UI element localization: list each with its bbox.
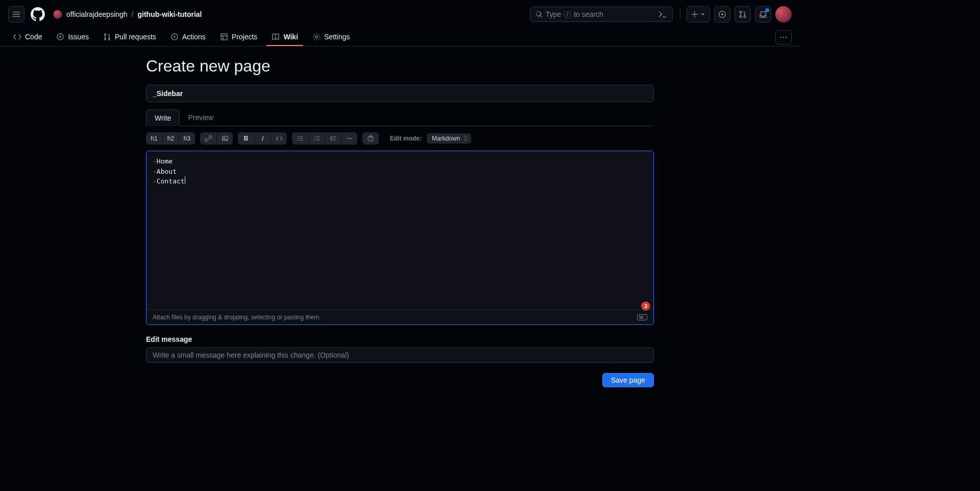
edit-message-input[interactable] [146, 347, 654, 363]
owner-avatar [53, 10, 62, 19]
code-button[interactable] [271, 132, 287, 145]
nav-label: Wiki [283, 33, 298, 41]
nav-settings[interactable]: Settings [307, 29, 355, 46]
link-icon [205, 135, 212, 142]
svg-point-12 [315, 36, 317, 38]
chevron-down-icon [700, 12, 705, 17]
drop-text: Attach files by dragging & dropping, sel… [153, 314, 321, 321]
hamburger-menu-button[interactable] [8, 6, 24, 22]
svg-text:3: 3 [313, 139, 315, 142]
help-button[interactable] [362, 132, 379, 145]
image-button[interactable] [216, 132, 233, 145]
svg-point-7 [104, 34, 106, 35]
quote-icon [330, 135, 337, 142]
svg-rect-11 [221, 34, 227, 40]
markdown-badge[interactable]: M↓ [637, 314, 647, 320]
svg-point-19 [298, 138, 299, 139]
nav-wiki[interactable]: Wiki [266, 29, 303, 46]
divider [680, 9, 680, 19]
header-right [678, 6, 792, 22]
kebab-icon [779, 33, 788, 41]
help-icon [367, 135, 374, 142]
book-icon [272, 33, 280, 41]
help-group [362, 132, 379, 145]
nav-projects[interactable]: Projects [215, 29, 263, 46]
media-group [200, 132, 233, 145]
nav-label: Pull requests [115, 33, 156, 41]
page-title: Create new page [146, 57, 654, 76]
code-snippet-icon [276, 135, 283, 142]
ol-button[interactable]: 123 [308, 132, 325, 145]
nav-label: Projects [232, 33, 258, 41]
h3-button[interactable]: h3 [179, 132, 195, 145]
nav-label: Actions [182, 33, 206, 41]
nav-label: Settings [324, 33, 350, 41]
breadcrumb-repo[interactable]: github-wiki-tutorial [138, 10, 202, 18]
plus-icon [691, 11, 698, 18]
svg-rect-31 [332, 136, 336, 137]
svg-rect-33 [332, 140, 336, 141]
svg-rect-22 [299, 138, 303, 139]
page-name-input[interactable] [146, 85, 654, 102]
edit-message-label: Edit message [146, 335, 654, 343]
breadcrumb-separator: / [132, 10, 134, 18]
search-input[interactable]: Type / to search [530, 7, 673, 22]
svg-rect-23 [299, 140, 303, 141]
nav-actions[interactable]: Actions [165, 29, 211, 46]
link-button[interactable] [200, 132, 216, 145]
h1-button[interactable]: h1 [146, 132, 162, 145]
italic-button[interactable]: I [254, 132, 271, 145]
notifications-button[interactable] [755, 6, 771, 22]
github-logo[interactable] [30, 6, 46, 22]
svg-rect-29 [316, 140, 320, 141]
ul-button[interactable] [292, 132, 308, 145]
image-icon [222, 135, 229, 142]
repo-nav: Code Issues Pull requests Actions Projec… [0, 29, 800, 46]
issue-icon [56, 33, 64, 41]
issues-button[interactable] [714, 6, 730, 22]
breadcrumb-owner[interactable]: officialrajdeepsingh [66, 10, 128, 18]
nav-code[interactable]: Code [8, 29, 47, 46]
svg-point-4 [744, 16, 746, 18]
save-page-button[interactable]: Save page [602, 373, 654, 387]
new-menu-button[interactable] [687, 6, 710, 22]
editor-line: - Home [153, 156, 647, 167]
edit-mode-label: Edit mode: [390, 135, 422, 142]
notification-indicator [765, 8, 769, 12]
bold-button[interactable]: B [238, 132, 254, 145]
hr-icon [346, 135, 353, 142]
nav-pull-requests[interactable]: Pull requests [98, 29, 161, 46]
nav-overflow-menu[interactable] [775, 30, 792, 44]
play-icon [170, 33, 179, 41]
hr-button[interactable] [341, 132, 357, 145]
svg-rect-30 [330, 136, 331, 141]
svg-point-18 [298, 136, 299, 137]
tab-write[interactable]: Write [146, 109, 180, 126]
command-palette-icon[interactable] [658, 10, 667, 19]
drop-bar[interactable]: Attach files by dragging & dropping, sel… [146, 310, 653, 324]
search-kbd: / [564, 11, 571, 18]
editor-container: - Home - About - Contact 3 Attach files … [146, 151, 654, 325]
error-badge[interactable]: 3 [641, 301, 650, 311]
gear-icon [312, 33, 321, 41]
pull-requests-button[interactable] [734, 6, 751, 22]
svg-point-6 [59, 36, 61, 38]
nav-issues[interactable]: Issues [51, 29, 93, 46]
form-actions: Save page [146, 373, 654, 387]
quote-button[interactable] [325, 132, 341, 145]
issue-opened-icon [718, 10, 726, 18]
tab-preview[interactable]: Preview [180, 109, 222, 126]
editor-line: - Contact [153, 176, 647, 186]
editor-textarea[interactable]: - Home - About - Contact [146, 151, 653, 310]
github-icon [31, 7, 45, 21]
main-content: Create new page Write Preview h1 h2 h3 B… [146, 46, 654, 401]
format-group: B I [238, 132, 287, 145]
user-avatar[interactable] [775, 6, 792, 22]
h2-button[interactable]: h2 [162, 132, 179, 145]
editor-line: - About [153, 167, 647, 177]
edit-mode-select[interactable]: Markdown [427, 133, 471, 144]
svg-rect-28 [316, 138, 320, 139]
svg-point-15 [786, 37, 787, 38]
list-ol-icon: 123 [313, 135, 321, 142]
editor-tabs: Write Preview [146, 109, 654, 126]
